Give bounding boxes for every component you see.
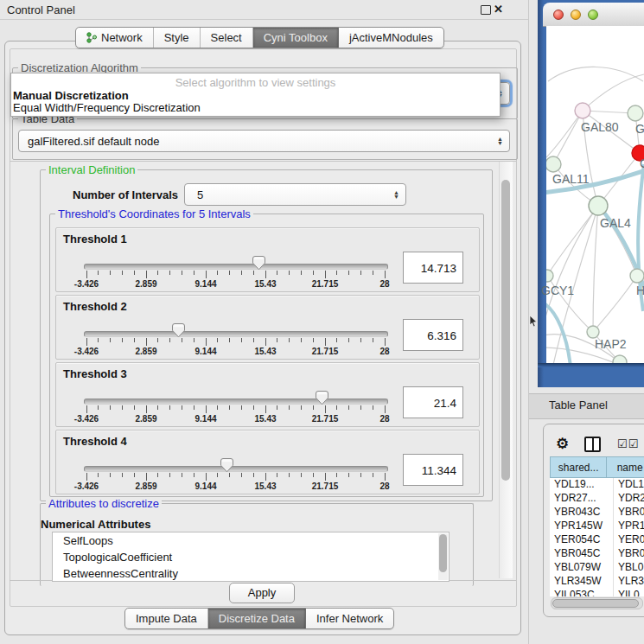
- table-row[interactable]: YDL19...YDL1: [550, 478, 644, 492]
- minimize-traffic-light[interactable]: [571, 10, 581, 20]
- apply-button[interactable]: Apply: [229, 583, 295, 603]
- node-label: GAL4: [600, 216, 631, 230]
- threshold-slider-thumb[interactable]: [220, 458, 233, 473]
- threshold-slider-track[interactable]: [84, 399, 388, 405]
- node-label: HAP2: [595, 337, 627, 351]
- threshold-value-field[interactable]: 21.4: [403, 386, 463, 418]
- table-row[interactable]: YBR043CYBR0: [550, 506, 644, 520]
- table-data-combo[interactable]: galFiltered.sif default node ▲▼: [18, 130, 510, 152]
- column-header-name[interactable]: name: [607, 456, 644, 478]
- checkbox-icons[interactable]: ☑☑: [617, 437, 639, 450]
- attribute-list-item[interactable]: BetweennessCentrality: [53, 565, 449, 582]
- number-of-intervals-label: Number of Intervals: [73, 188, 178, 201]
- columns-icon[interactable]: [584, 437, 601, 452]
- mouse-cursor: [529, 316, 539, 328]
- threshold-label: Threshold 1: [63, 233, 127, 245]
- threshold-row: Threshold 4-3.4262.8599.14415.4321.71528…: [55, 430, 480, 494]
- network-canvas[interactable]: [546, 26, 644, 363]
- tab-cyni-toolbox[interactable]: Cyni Toolbox: [253, 28, 339, 48]
- number-of-intervals-value: 5: [197, 188, 203, 201]
- scrollbar-thumb[interactable]: [501, 180, 510, 481]
- cyni-mode-tabbar: Impute Data Discretize Data Infer Networ…: [124, 608, 394, 629]
- thresholds-group: Threshold's Coordinates for 5 Intervals …: [49, 214, 484, 497]
- table-row[interactable]: YER054CYER0: [550, 533, 644, 547]
- attribute-list-item[interactable]: TopologicalCoefficient: [53, 549, 449, 565]
- popup-item-equal-width[interactable]: Equal Width/Frequency Discretization: [11, 102, 500, 114]
- threshold-slider-thumb[interactable]: [252, 256, 265, 271]
- threshold-slider-thumb[interactable]: [172, 323, 185, 338]
- zoom-traffic-light[interactable]: [588, 10, 598, 20]
- close-icon[interactable]: ✕: [494, 3, 503, 16]
- node-table-rows: YDL19...YDL1YDR27...YDR2YBR043CYBR0YPR14…: [550, 478, 644, 596]
- number-of-intervals-combo[interactable]: 5 ▲▼: [184, 183, 406, 206]
- threshold-slider-track[interactable]: [84, 466, 388, 472]
- table-row[interactable]: YPR145WYPR1: [550, 520, 644, 533]
- threshold-slider-track[interactable]: [84, 264, 388, 270]
- tab-network[interactable]: Network: [76, 28, 154, 48]
- tick-label: 9.144: [184, 279, 227, 289]
- attributes-group-title: Attributes to discretize: [46, 497, 162, 510]
- float-window-icon[interactable]: [481, 5, 491, 15]
- tab-style[interactable]: Style: [154, 28, 201, 48]
- threshold-value-field[interactable]: 6.316: [403, 319, 463, 351]
- tab-infer-network[interactable]: Infer Network: [306, 609, 393, 628]
- table-row[interactable]: YBL079WYBL0: [550, 561, 644, 575]
- popup-prompt: Select algorithm to view settings: [11, 73, 500, 90]
- gear-icon[interactable]: ⚙: [556, 435, 569, 453]
- tick-label: -3.426: [65, 279, 108, 289]
- tick-label: 2.859: [124, 279, 168, 289]
- settings-scrollbar[interactable]: [499, 162, 513, 578]
- tick-label: 15.43: [244, 279, 287, 289]
- table-row[interactable]: YIL053CYIL0: [550, 589, 644, 596]
- tick-label: 2.859: [124, 414, 168, 424]
- tick-label: 9.144: [184, 481, 227, 491]
- threshold-label: Threshold 3: [63, 367, 127, 380]
- node-label: GA: [635, 122, 644, 136]
- tick-label: 9.144: [184, 414, 227, 424]
- attribute-list-item[interactable]: SelfLoops: [53, 532, 449, 549]
- tick-label: 15.43: [244, 347, 287, 356]
- table-row[interactable]: YBR045CYBR0: [550, 547, 644, 561]
- table-data-combo-value: galFiltered.sif default node: [28, 135, 159, 148]
- tick-label: 21.715: [303, 347, 347, 356]
- column-header-shared-name[interactable]: shared...: [550, 456, 607, 478]
- control-panel-titlebar: [0, 0, 529, 20]
- tab-select[interactable]: Select: [201, 28, 253, 48]
- tick-label: 21.715: [303, 279, 347, 289]
- tick-label: -3.426: [65, 414, 108, 424]
- attributes-list-scrollbar[interactable]: [438, 533, 448, 580]
- threshold-slider-track[interactable]: [84, 331, 388, 337]
- table-row[interactable]: YLR345WYLR3: [550, 575, 644, 589]
- numerical-attributes-list[interactable]: SelfLoopsTopologicalCoefficientBetweenne…: [52, 532, 450, 582]
- tab-jactivemnodules[interactable]: jActiveMNodules: [339, 28, 443, 48]
- control-panel-title: Control Panel: [7, 3, 75, 16]
- network-window-shadow: [538, 363, 644, 367]
- threshold-slider-thumb[interactable]: [316, 391, 328, 405]
- node-label: GAL80: [581, 120, 619, 134]
- table-horizontal-scrollbar[interactable]: [551, 597, 643, 609]
- tab-network-label: Network: [101, 31, 143, 44]
- threshold-row: Threshold 2-3.4262.8599.14415.4321.71528…: [55, 295, 480, 360]
- network-window-titlebar[interactable]: [543, 3, 644, 27]
- threshold-value-field[interactable]: 11.344: [403, 454, 463, 486]
- tick-label: 28: [363, 481, 406, 491]
- table-row[interactable]: YDR27...YDR2: [550, 492, 644, 506]
- node-label: C: [640, 156, 644, 170]
- threshold-value-field[interactable]: 14.713: [403, 252, 463, 284]
- combo-arrows-icon: ▲▼: [393, 191, 399, 199]
- tick-label: 28: [363, 279, 406, 289]
- popup-item-manual[interactable]: Manual Discretization: [11, 90, 500, 102]
- tick-label: 15.43: [244, 414, 287, 424]
- tab-discretize-data[interactable]: Discretize Data: [208, 609, 306, 628]
- close-traffic-light[interactable]: [553, 10, 564, 20]
- tick-label: -3.426: [65, 481, 108, 491]
- tick-label: 21.715: [303, 414, 347, 424]
- threshold-label: Threshold 4: [63, 435, 127, 448]
- tab-impute-data[interactable]: Impute Data: [125, 609, 208, 628]
- table-panel-title: Table Panel: [549, 399, 608, 411]
- algorithm-popup: Select algorithm to view settings Manual…: [10, 73, 501, 117]
- threshold-label: Threshold 2: [63, 300, 127, 313]
- node-label: GAL11: [552, 172, 590, 186]
- thresholds-group-title: Threshold's Coordinates for 5 Intervals: [55, 207, 253, 220]
- threshold-row: Threshold 3-3.4262.8599.14415.4321.71528…: [55, 362, 480, 427]
